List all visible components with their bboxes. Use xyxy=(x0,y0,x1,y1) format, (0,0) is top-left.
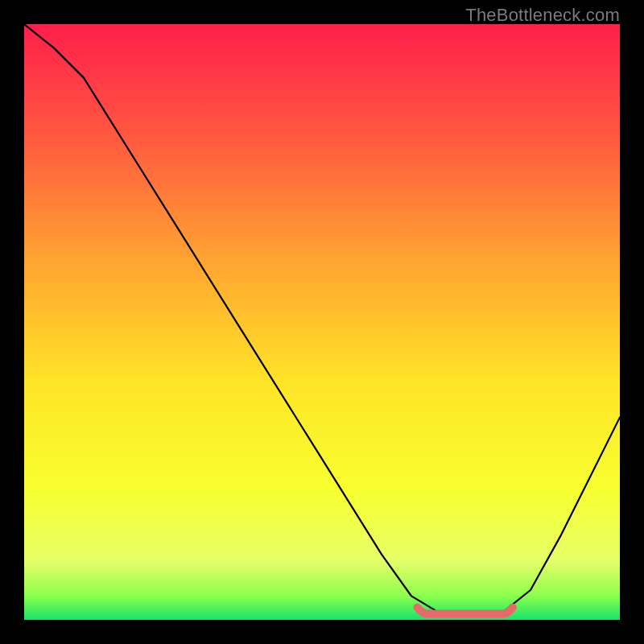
curve-layer xyxy=(24,24,620,620)
bottleneck-curve xyxy=(24,24,620,614)
watermark-text: TheBottleneck.com xyxy=(465,5,620,26)
chart-frame: TheBottleneck.com xyxy=(0,0,644,644)
plot-area xyxy=(24,24,620,620)
